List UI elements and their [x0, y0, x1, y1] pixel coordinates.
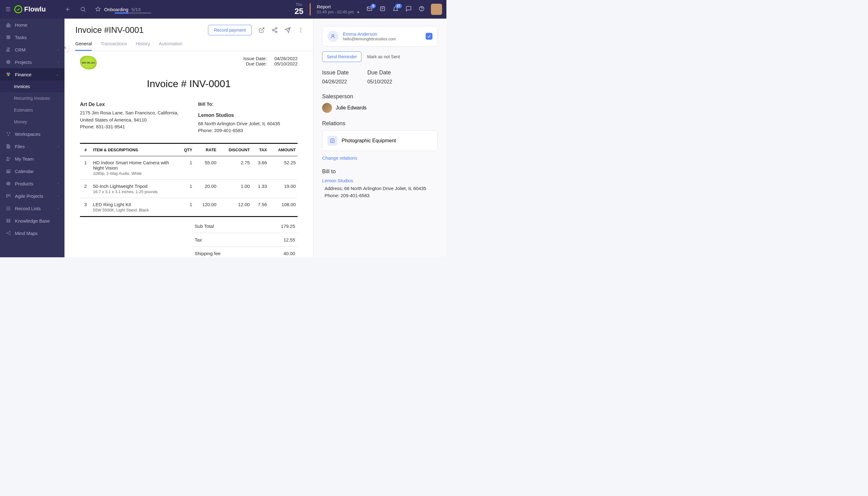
- invoice-heading: Invoice # INV-0001: [80, 78, 298, 90]
- pin-icon[interactable]: [95, 6, 101, 12]
- relation-card[interactable]: Photographic Equipment: [322, 130, 438, 151]
- ship-value: 40.00: [283, 251, 295, 256]
- menu-toggle-icon[interactable]: ☰: [0, 6, 14, 13]
- nav-files[interactable]: Files›: [0, 140, 64, 153]
- nav-workspaces[interactable]: Workspaces: [0, 128, 64, 140]
- app-name: Flowlu: [24, 5, 46, 13]
- svg-rect-26: [6, 208, 11, 208]
- ship-label: Shipping fee: [195, 251, 220, 256]
- svg-point-16: [9, 132, 11, 134]
- billto-name[interactable]: Lemon Studios: [322, 178, 438, 183]
- svg-point-30: [9, 234, 11, 235]
- table-row: 3LED Ring Light Kit55W 5500K, Light Stan…: [80, 198, 298, 216]
- user-avatar[interactable]: [431, 4, 442, 15]
- side-panel: Emma Anderson hello@lemongbttrstudios.co…: [313, 19, 446, 257]
- search-icon[interactable]: [80, 6, 86, 12]
- send-reminder-button[interactable]: Send Reminder: [322, 51, 361, 62]
- tab-history[interactable]: History: [136, 41, 150, 51]
- svg-point-2: [81, 7, 84, 11]
- svg-rect-10: [6, 35, 10, 39]
- nav-agile[interactable]: Agile Projects›: [0, 190, 64, 202]
- company-logo: ART DE LEX: [80, 56, 97, 69]
- chevron-right-icon: ›: [58, 60, 59, 64]
- more-icon[interactable]: [298, 27, 304, 33]
- report-widget[interactable]: Report 01:45 pm - 02:45 pm ＋: [317, 4, 360, 15]
- tab-general[interactable]: General: [75, 41, 92, 51]
- issue-date-label: Issue Date:: [242, 56, 267, 61]
- col-rate: RATE: [194, 143, 218, 156]
- billto-phone: Phone: 209-401-6583: [322, 192, 438, 199]
- nav-money[interactable]: Money: [0, 116, 64, 128]
- svg-point-13: [9, 73, 10, 74]
- salesperson[interactable]: Julie Edwards: [322, 103, 438, 113]
- external-link-icon[interactable]: [259, 27, 265, 33]
- tab-automation[interactable]: Automation: [159, 41, 182, 51]
- svg-point-32: [276, 28, 277, 29]
- from-address: Art De Lex 2175 Jim Rosa Lane, San Franc…: [80, 101, 180, 134]
- svg-line-3: [84, 11, 85, 12]
- help-icon[interactable]: [418, 5, 425, 13]
- contact-email: hello@lemongbttrstudios.com: [343, 36, 396, 41]
- chat-icon[interactable]: [405, 5, 412, 13]
- nav-invoices[interactable]: Invoices: [0, 81, 64, 92]
- nav-calendar[interactable]: Calendar: [0, 165, 64, 177]
- mark-not-sent-link[interactable]: Mark as not Sent: [367, 54, 400, 59]
- nav-crm[interactable]: CRM›: [0, 43, 64, 56]
- chevron-right-icon: ›: [58, 181, 59, 186]
- col-amount: AMOUNT: [269, 143, 298, 156]
- nav-team[interactable]: My Team: [0, 153, 64, 165]
- onboarding-progress: [115, 12, 151, 14]
- line-items-table: # ITEM & DESCRIPTIONS QTY RATE DISCOUNT …: [80, 143, 298, 217]
- svg-point-17: [8, 135, 9, 136]
- divider: [310, 3, 311, 16]
- tab-transactions[interactable]: Transactions: [100, 41, 127, 51]
- nav-home[interactable]: Home: [0, 19, 64, 31]
- date-widget[interactable]: Thu 25: [294, 3, 304, 16]
- col-discount: DISCOUNT: [218, 143, 252, 156]
- add-icon[interactable]: [64, 6, 71, 12]
- nav-kb[interactable]: Knowledge Base: [0, 215, 64, 227]
- mail-icon[interactable]: 9: [367, 5, 373, 13]
- nav-recurring[interactable]: Recurring Invoices: [0, 92, 64, 104]
- avatar: [322, 103, 332, 113]
- svg-rect-23: [8, 194, 9, 197]
- chevron-right-icon: ›: [58, 144, 59, 149]
- chevron-right-icon: ›: [58, 47, 59, 52]
- salesperson-label: Salesperson: [322, 93, 438, 100]
- nav-tasks[interactable]: Tasks: [0, 31, 64, 43]
- svg-point-18: [7, 157, 9, 159]
- svg-point-29: [9, 231, 11, 232]
- change-relations-link[interactable]: Change relations: [322, 155, 357, 160]
- nav-mindmaps[interactable]: Mind Maps: [0, 227, 64, 239]
- mail-badge: 9: [371, 4, 376, 9]
- svg-rect-24: [10, 194, 11, 197]
- svg-line-36: [274, 30, 276, 31]
- svg-point-28: [6, 232, 8, 234]
- svg-rect-43: [330, 139, 334, 143]
- send-icon[interactable]: [284, 27, 291, 33]
- sp-due-label: Due Date: [367, 69, 392, 76]
- contact-card[interactable]: Emma Anderson hello@lemongbttrstudios.co…: [322, 26, 438, 46]
- billto-addr: Address: 68 North Arlington Drive Joliet…: [322, 185, 438, 192]
- svg-point-19: [9, 157, 11, 159]
- nav-estimates[interactable]: Estimates: [0, 104, 64, 116]
- issue-date-value: 04/26/2022: [274, 56, 298, 61]
- record-payment-button[interactable]: Record payment: [208, 25, 252, 35]
- note-icon[interactable]: [379, 5, 386, 13]
- due-date-value: 05/10/2022: [274, 61, 298, 66]
- nav-recordlists[interactable]: Record Lists›: [0, 202, 64, 215]
- nav-finance[interactable]: Finance⌄: [0, 68, 64, 81]
- svg-rect-22: [6, 194, 7, 198]
- onboarding-count: 5/13: [131, 7, 140, 12]
- col-qty: QTY: [178, 143, 194, 156]
- nav-products[interactable]: Products›: [0, 177, 64, 190]
- nav-projects[interactable]: Projects›: [0, 56, 64, 68]
- contact-name[interactable]: Emma Anderson: [343, 31, 396, 36]
- app-logo[interactable]: Flowlu: [14, 5, 46, 13]
- tax-label: Tax: [195, 237, 202, 243]
- add-report-icon[interactable]: ＋: [356, 10, 360, 14]
- bell-icon[interactable]: 27: [392, 5, 399, 13]
- svg-point-12: [6, 73, 9, 74]
- share-icon[interactable]: [272, 27, 278, 33]
- onboarding-label[interactable]: Onboarding: [104, 7, 128, 12]
